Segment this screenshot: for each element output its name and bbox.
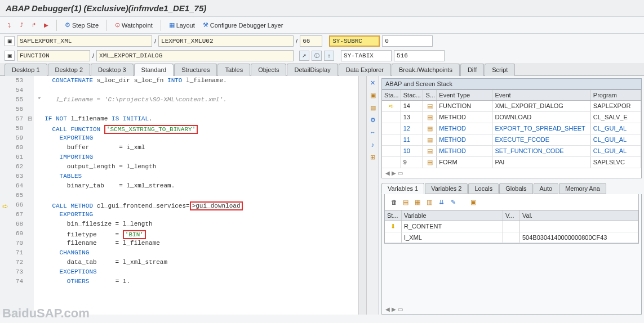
stack-row[interactable]: 9▤FORMPAISAPLSLVC — [382, 157, 641, 168]
step-size-button[interactable]: ⚙Step Size — [63, 20, 101, 30]
nav-program-icon[interactable]: ▣ — [5, 36, 15, 46]
var-delete-icon[interactable]: 🗑 — [389, 198, 398, 207]
code-line[interactable]: EXPORTING — [34, 134, 358, 144]
configure-button[interactable]: ⚒Configure Debugger Layer — [201, 20, 286, 30]
fold-column: ⊟ — [26, 76, 34, 315]
var-tab-variables-1[interactable]: Variables 1 — [381, 183, 424, 194]
stack-panel-header: ABAP and Screen Stack — [381, 78, 642, 89]
code-line[interactable]: TABLES — [34, 173, 358, 182]
tab-structures[interactable]: Structures — [174, 64, 217, 76]
exec-pointer-column: ➪ — [0, 76, 10, 315]
call-stack-grid[interactable]: Sta...Stac...S...Event TypeEventProgram … — [381, 89, 642, 178]
close-icon[interactable]: ✕ — [368, 78, 377, 87]
tab-desktop-2[interactable]: Desktop 2 — [48, 64, 91, 76]
code-line[interactable]: * l_filename = 'C:\projects\SO-XML\conte… — [34, 96, 358, 106]
step-into-icon[interactable]: ⤵ — [5, 21, 14, 30]
stack-row[interactable]: 11▤METHODEXECUTE_FCODECL_GUI_AL — [382, 134, 641, 146]
tab-desktop-3[interactable]: Desktop 3 — [91, 64, 134, 76]
nav-info-icon[interactable]: ⓘ — [312, 51, 322, 61]
stack-row[interactable]: 13▤METHODDOWNLOADCL_SALV_E — [382, 112, 641, 123]
line-field[interactable]: 66 — [300, 35, 322, 47]
variable-grid[interactable]: St...VariableV...Val. ⬇R_CONTENTI_XML504… — [384, 210, 639, 244]
stack-hscroll[interactable]: ◀ ▶ ▭ — [382, 168, 641, 178]
variable-toolbar: 🗑 ▤ ▦ ▥ ⇊ ✎ ▣ — [384, 194, 639, 210]
stack-row[interactable]: 10▤METHODSET_FUNCTION_CODECL_GUI_AL — [382, 146, 641, 157]
main-tabs: Desktop 1Desktop 2Desktop 3StandardStruc… — [0, 63, 644, 76]
type-field[interactable]: FUNCTION — [17, 50, 90, 61]
code-line[interactable]: OTHERS = 1. — [34, 278, 358, 288]
program-nav-row: ▣ SAPLEXPORT_XML / LEXPORT_XMLU02 / 66 S… — [0, 34, 644, 48]
var-tab-memory-ana[interactable]: Memory Ana — [559, 183, 606, 194]
layout-button[interactable]: ▦Layout — [167, 20, 197, 30]
var-tab-locals[interactable]: Locals — [468, 183, 499, 194]
step-out-icon[interactable]: ↱ — [29, 21, 38, 30]
module-field[interactable]: XML_EXPORT_DIALOG — [96, 50, 294, 61]
var-tool-icon-3[interactable]: ▥ — [425, 198, 434, 207]
var-tab-auto[interactable]: Auto — [534, 183, 559, 194]
nav-sort-icon[interactable]: ↕ — [324, 51, 334, 61]
tab-desktop-1[interactable]: Desktop 1 — [5, 64, 47, 76]
tool-icon-5[interactable]: ♪ — [368, 140, 377, 149]
stack-row[interactable]: 12▤METHODEXPORT_TO_SPREAD_SHEETCL_GUI_AL — [382, 123, 641, 134]
code-line[interactable]: CALL FUNCTION 'SCMS_XSTRING_TO_BINARY' — [34, 125, 358, 134]
watchpoint-button[interactable]: ⊙Watchpoint — [113, 20, 155, 30]
code-line[interactable]: binary_tab = l_xml_stream. — [34, 182, 358, 192]
include-field[interactable]: LEXPORT_XMLU02 — [158, 35, 294, 47]
watermark: BaiduSAP.com — [2, 306, 90, 321]
code-line[interactable]: CONCATENATE s_loc_dir s_loc_fn INTO l_fi… — [34, 77, 358, 87]
var-tool-icon-5[interactable]: ✎ — [448, 198, 458, 207]
tab-data-explorer[interactable]: Data Explorer — [339, 64, 391, 76]
code-line[interactable]: IF NOT l_filename IS INITIAL. — [34, 115, 358, 125]
continue-icon[interactable]: ▶ — [42, 21, 51, 30]
sy-tabix-label: SY-TABIX — [341, 50, 392, 61]
code-line[interactable]: bin_filesize = l_length — [34, 221, 358, 230]
var-tool-icon-2[interactable]: ▦ — [413, 198, 422, 207]
tab-script[interactable]: Script — [485, 64, 515, 76]
var-tab-variables-2[interactable]: Variables 2 — [425, 183, 468, 194]
code-line[interactable] — [34, 106, 358, 115]
right-panel: ABAP and Screen Stack Sta...Stac...S...E… — [379, 76, 644, 315]
sy-subrc-value[interactable]: 0 — [382, 35, 433, 47]
tool-icon-6[interactable]: ⊞ — [368, 152, 377, 162]
main-toolbar: ⤵ ⤴ ↱ ▶ ⚙Step Size ⊙Watchpoint ▦Layout ⚒… — [0, 17, 644, 34]
variable-row[interactable]: I_XML504B0304140000000800CF43 — [385, 232, 638, 243]
code-line[interactable] — [34, 192, 358, 201]
var-tool-icon-4[interactable]: ⇊ — [437, 198, 446, 207]
variable-row[interactable]: ⬇R_CONTENT — [385, 221, 638, 232]
sy-tabix-value[interactable]: 516 — [394, 50, 445, 61]
stack-row[interactable]: ➪14▤FUNCTIONXML_EXPORT_DIALOGSAPLEXPOR — [382, 101, 641, 112]
code-body[interactable]: CONCATENATE s_loc_dir s_loc_fn INTO l_fi… — [34, 76, 358, 315]
nav-module-icon[interactable]: ▣ — [5, 51, 15, 61]
code-line[interactable]: buffer = i_xml — [34, 144, 358, 154]
var-tool-icon-6[interactable]: ▣ — [469, 198, 478, 207]
step-over-icon[interactable]: ⤴ — [17, 21, 26, 30]
nav-go-icon[interactable]: ↗ — [299, 51, 309, 61]
tab-tables[interactable]: Tables — [217, 64, 250, 76]
tab-break-watchpoints[interactable]: Break./Watchpoints — [392, 64, 460, 76]
code-line[interactable]: data_tab = l_xml_stream — [34, 259, 358, 268]
code-line[interactable]: filetype = 'BIN' — [34, 230, 358, 240]
var-hscroll[interactable]: ◀ ▶ ▭ — [382, 304, 641, 314]
line-number-gutter: 5354555657585960616263646566676869707172… — [10, 76, 26, 315]
tab-standard[interactable]: Standard — [134, 64, 174, 76]
code-line[interactable]: EXCEPTIONS — [34, 268, 358, 278]
code-line[interactable]: CHANGING — [34, 249, 358, 259]
code-line[interactable]: output_length = l_length — [34, 163, 358, 173]
var-tool-icon-1[interactable]: ▤ — [401, 198, 410, 207]
scrollbar-vertical[interactable] — [358, 76, 366, 315]
code-line[interactable]: filename = l_filename — [34, 240, 358, 249]
tool-icon-4[interactable]: ↔ — [368, 128, 377, 137]
tab-diff[interactable]: Diff — [460, 64, 484, 76]
code-line[interactable]: EXPORTING — [34, 211, 358, 221]
tool-icon-1[interactable]: ▣ — [368, 91, 377, 100]
code-line[interactable] — [34, 87, 358, 96]
tab-objects[interactable]: Objects — [251, 64, 286, 76]
var-tab-globals[interactable]: Globals — [499, 183, 532, 194]
tool-icon-2[interactable]: ▤ — [368, 103, 377, 112]
program-field[interactable]: SAPLEXPORT_XML — [17, 35, 152, 47]
code-line[interactable]: IMPORTING — [34, 154, 358, 163]
code-line[interactable]: CALL METHOD cl_gui_frontend_services=>gu… — [34, 201, 358, 211]
window-title: ABAP Debugger(1) (Exclusive)(infmvde1_DE… — [0, 0, 644, 17]
tab-detaildisplay[interactable]: DetailDisplay — [287, 64, 337, 76]
tool-icon-3[interactable]: ⚙ — [368, 115, 377, 124]
